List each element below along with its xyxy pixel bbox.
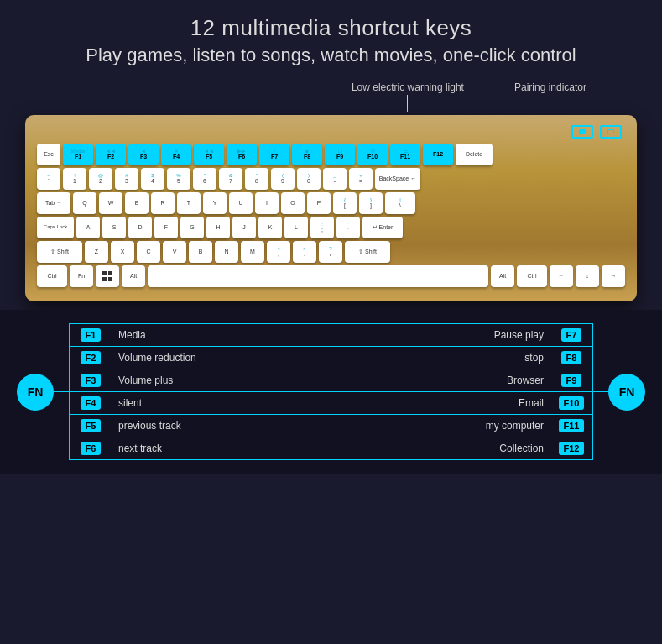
key-c[interactable]: C bbox=[137, 241, 160, 263]
key-lshift[interactable]: ⇧ Shift bbox=[37, 241, 82, 263]
key-f2[interactable]: ◄◄F2 bbox=[96, 144, 126, 165]
key-5[interactable]: %5 bbox=[167, 168, 190, 190]
key-h[interactable]: H bbox=[206, 217, 230, 238]
key-f8[interactable]: ■F8 bbox=[292, 144, 322, 165]
key-3[interactable]: #3 bbox=[115, 168, 138, 190]
key-6[interactable]: ^6 bbox=[193, 168, 216, 190]
key-semicolon[interactable]: :; bbox=[310, 217, 334, 238]
fn-f11-func: my computer bbox=[357, 415, 550, 437]
key-esc[interactable]: Esc bbox=[37, 144, 60, 165]
fn-f9-func: Browser bbox=[357, 369, 550, 392]
key-slash[interactable]: ?/ bbox=[319, 241, 342, 263]
key-d[interactable]: D bbox=[128, 217, 152, 238]
key-equals[interactable]: += bbox=[349, 168, 373, 190]
fn-f5-func: previous track bbox=[112, 415, 357, 437]
fn-f8-func: stop bbox=[357, 347, 550, 369]
key-f3[interactable]: ◄F3 bbox=[128, 144, 159, 165]
fn-f10-badge: F10 bbox=[559, 396, 585, 410]
key-m[interactable]: M bbox=[241, 241, 264, 263]
key-f10[interactable]: ✉F10 bbox=[357, 144, 388, 165]
key-lctrl[interactable]: Ctrl bbox=[37, 265, 67, 287]
key-backslash[interactable]: |\ bbox=[385, 192, 415, 214]
key-f6[interactable]: ▶▶F6 bbox=[227, 144, 257, 165]
keyboard-row-6: Ctrl Fn Alt Alt Ctrl ← ↓ → bbox=[37, 265, 625, 287]
key-backtick[interactable]: ~` bbox=[37, 168, 60, 190]
key-k[interactable]: K bbox=[258, 217, 282, 238]
key-l[interactable]: L bbox=[284, 217, 308, 238]
key-j[interactable]: J bbox=[232, 217, 256, 238]
fn-diagram-section: FN F1 Media Pause play F7 F2 Volume redu… bbox=[0, 310, 662, 474]
key-1[interactable]: !1 bbox=[63, 168, 86, 190]
key-minus[interactable]: _- bbox=[323, 168, 347, 190]
key-n[interactable]: N bbox=[215, 241, 238, 263]
key-enter[interactable]: ↵ Enter bbox=[362, 217, 403, 238]
key-ralt[interactable]: Alt bbox=[491, 265, 514, 287]
fn-f5-badge-cell: F5 bbox=[70, 415, 112, 437]
key-0[interactable]: )0 bbox=[297, 168, 321, 190]
keyboard: Esc MediaF1 ◄◄F2 ◄F3 ✕F4 ◄◄F5 ▶▶F6 ♪F7 ■… bbox=[25, 115, 637, 301]
keyboard-row-5: ⇧ Shift Z X C V B N M <, >. ?/ ⇧ Shift bbox=[37, 241, 625, 263]
key-f[interactable]: F bbox=[154, 217, 178, 238]
key-lalt[interactable]: Alt bbox=[122, 265, 145, 287]
key-o[interactable]: O bbox=[281, 192, 305, 214]
key-f4[interactable]: ✕F4 bbox=[161, 144, 191, 165]
key-7[interactable]: &7 bbox=[219, 168, 242, 190]
fn-f6-badge: F6 bbox=[81, 442, 102, 455]
key-q[interactable]: Q bbox=[73, 192, 96, 214]
key-lbracket[interactable]: {[ bbox=[333, 192, 357, 214]
key-y[interactable]: Y bbox=[203, 192, 227, 214]
key-b[interactable]: B bbox=[189, 241, 212, 263]
key-left[interactable]: ← bbox=[550, 265, 573, 287]
key-f9[interactable]: ☐F9 bbox=[325, 144, 355, 165]
key-2[interactable]: @2 bbox=[89, 168, 112, 190]
key-g[interactable]: G bbox=[180, 217, 204, 238]
key-f5[interactable]: ◄◄F5 bbox=[194, 144, 224, 165]
key-rbracket[interactable]: }] bbox=[359, 192, 383, 214]
key-right[interactable]: → bbox=[602, 265, 625, 287]
key-f7[interactable]: ♪F7 bbox=[259, 144, 289, 165]
key-s[interactable]: S bbox=[102, 217, 126, 238]
key-w[interactable]: W bbox=[99, 192, 122, 214]
key-space[interactable] bbox=[148, 265, 488, 287]
fn-f10-func: Email bbox=[357, 392, 550, 415]
key-fn[interactable]: Fn bbox=[70, 265, 93, 287]
fn-f10-badge-cell: F10 bbox=[550, 392, 592, 415]
key-4[interactable]: $4 bbox=[141, 168, 164, 190]
key-x[interactable]: X bbox=[111, 241, 134, 263]
key-win[interactable] bbox=[96, 265, 119, 287]
key-i[interactable]: I bbox=[255, 192, 279, 214]
fn-f7-badge-cell: F7 bbox=[550, 324, 592, 347]
key-u[interactable]: U bbox=[229, 192, 253, 214]
svg-rect-0 bbox=[102, 271, 107, 275]
key-period[interactable]: >. bbox=[293, 241, 316, 263]
fn-f6-func: next track bbox=[112, 437, 357, 460]
key-comma[interactable]: <, bbox=[267, 241, 290, 263]
key-quote[interactable]: "' bbox=[336, 217, 360, 238]
key-backspace[interactable]: BackSpace ← bbox=[375, 168, 420, 190]
key-e[interactable]: E bbox=[125, 192, 149, 214]
key-f11[interactable]: ☰F11 bbox=[390, 144, 420, 165]
key-8[interactable]: *8 bbox=[245, 168, 268, 190]
fn-table: F1 Media Pause play F7 F2 Volume reducti… bbox=[70, 324, 592, 459]
key-z[interactable]: Z bbox=[85, 241, 108, 263]
key-r[interactable]: R bbox=[151, 192, 175, 214]
fn-f2-badge-cell: F2 bbox=[70, 347, 112, 369]
key-a[interactable]: A bbox=[76, 217, 100, 238]
key-delete[interactable]: Delete bbox=[456, 144, 493, 165]
key-rshift[interactable]: ⇧ Shift bbox=[345, 241, 390, 263]
key-t[interactable]: T bbox=[177, 192, 201, 214]
key-rctrl[interactable]: Ctrl bbox=[517, 265, 547, 287]
fn-f8-badge-cell: F8 bbox=[550, 347, 592, 369]
key-f1[interactable]: MediaF1 bbox=[63, 144, 93, 165]
key-f12[interactable]: F12 bbox=[423, 144, 453, 165]
fn-row-2: F2 Volume reduction stop F8 bbox=[70, 347, 592, 369]
fn-f12-func: Collection bbox=[357, 437, 550, 460]
key-tab[interactable]: Tab → bbox=[37, 192, 70, 214]
key-v[interactable]: V bbox=[163, 241, 186, 263]
key-p[interactable]: P bbox=[307, 192, 331, 214]
key-9[interactable]: (9 bbox=[271, 168, 295, 190]
key-capslock[interactable]: Caps Lock bbox=[37, 217, 74, 238]
fn-f3-badge-cell: F3 bbox=[70, 369, 112, 392]
key-down[interactable]: ↓ bbox=[576, 265, 599, 287]
fn-f11-badge-cell: F11 bbox=[550, 415, 592, 437]
